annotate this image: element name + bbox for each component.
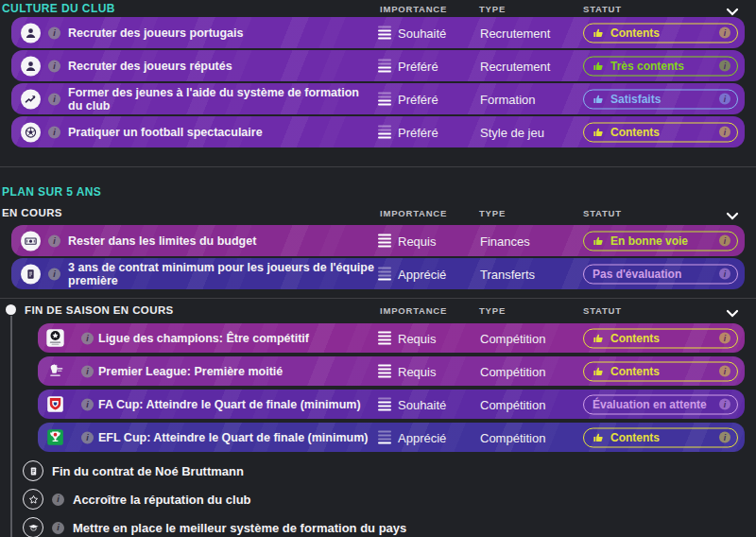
status-badge[interactable]: Contentsi [583, 122, 738, 142]
goal-row[interactable]: i3 ans de contrat minimum pour les joueu… [11, 258, 745, 289]
type-label: Compétition [480, 331, 545, 345]
info-icon[interactable]: i [81, 365, 94, 377]
goal-row[interactable]: iFormer des jeunes à l'aide du système d… [11, 83, 745, 114]
type-label: Compétition [480, 430, 545, 444]
info-icon[interactable]: i [48, 93, 60, 105]
chevron-down-icon[interactable] [726, 208, 739, 217]
type-label: Recrutement [480, 59, 550, 73]
thumbs-up-icon [593, 431, 605, 443]
info-icon[interactable]: i [48, 60, 60, 72]
column-header-status: STATUT [583, 208, 622, 218]
importance-label: Requis [398, 234, 436, 248]
type-label: Finances [480, 234, 530, 248]
importance-label: Souhaité [398, 397, 446, 411]
thumbs-up-icon [593, 234, 605, 247]
extra-goal-row[interactable]: Fin du contrat de Noé Bruttmann [23, 460, 244, 481]
chevron-down-icon[interactable] [726, 4, 739, 13]
status-label: Contents [610, 365, 713, 378]
info-icon[interactable]: i [719, 127, 730, 138]
finsaison-goal-list: iLigue des champions: Être compétitifReq… [38, 323, 745, 456]
column-header-importance: IMPORTANCE [380, 208, 447, 218]
info-icon[interactable]: i [719, 61, 730, 72]
goal-label: Recruter des joueurs portugais [68, 26, 243, 39]
info-icon[interactable]: i [48, 234, 60, 247]
type-label: Compétition [480, 397, 545, 411]
goal-row[interactable]: iPratiquer un football spectaculairePréf… [11, 116, 745, 147]
chevron-down-icon[interactable] [726, 305, 739, 315]
subsection-title-finsaison: FIN DE SAISON EN COURS [25, 304, 174, 316]
column-header-importance: IMPORTANCE [380, 4, 447, 14]
status-label: Contents [610, 332, 713, 345]
importance-level-icon [378, 331, 391, 345]
goal-row[interactable]: iRecruter des joueurs portugaisSouhaitéR… [11, 17, 745, 48]
importance-cell: Préféré [378, 125, 438, 139]
info-icon[interactable]: i [81, 398, 94, 410]
importance-level-icon [378, 364, 391, 378]
importance-cell: Apprécié [378, 267, 446, 281]
extra-goal-row[interactable]: iAccroître la réputation du club [23, 489, 251, 510]
info-icon[interactable]: i [719, 94, 730, 105]
goal-label: 3 ans de contrat minimum pour les joueur… [68, 260, 376, 287]
info-icon[interactable]: i [719, 366, 730, 377]
section-title-culture: CULTURE DU CLUB [2, 2, 115, 15]
growth-icon [21, 89, 41, 109]
goal-row[interactable]: iRecruter des joueurs réputésPréféréRecr… [11, 50, 745, 81]
goal-label: Former des jeunes à l'aide du système de… [68, 85, 376, 113]
goal-row[interactable]: iLigue des champions: Être compétitifReq… [38, 323, 745, 353]
contract-icon [23, 460, 43, 481]
status-badge[interactable]: Contentsi [583, 328, 738, 348]
info-icon[interactable]: i [719, 268, 730, 280]
ucl-icon [45, 328, 65, 348]
goal-label: FA Cup: Atteindre le Quart de finale (mi… [98, 397, 361, 410]
info-icon[interactable]: i [52, 522, 64, 534]
goal-label: Recruter des joueurs réputés [68, 59, 232, 72]
info-icon[interactable]: i [81, 332, 94, 344]
goal-row[interactable]: iRester dans les limites du budgetRequis… [11, 225, 745, 256]
info-icon[interactable]: i [719, 432, 730, 443]
goal-row[interactable]: iPremier League: Première moitiéRequisCo… [38, 356, 745, 386]
status-badge[interactable]: Évaluation en attentei [583, 394, 738, 414]
extra-goal-row[interactable]: iMettre en place le meilleur système de … [23, 517, 406, 537]
section-title-plan: PLAN SUR 5 ANS [2, 185, 101, 199]
info-icon[interactable]: i [48, 126, 60, 138]
info-icon[interactable]: i [52, 494, 64, 506]
info-icon[interactable]: i [719, 399, 730, 410]
type-label: Style de jeu [480, 125, 544, 139]
status-badge[interactable]: Contentsi [583, 361, 738, 381]
eflcup-icon [45, 427, 65, 447]
info-icon[interactable]: i [48, 26, 60, 39]
column-header-type: TYPE [479, 305, 506, 316]
importance-label: Requis [398, 364, 436, 378]
importance-cell: Souhaité [378, 397, 446, 411]
importance-level-icon [378, 430, 391, 444]
info-icon[interactable]: i [81, 431, 94, 443]
facup-icon [45, 394, 65, 414]
status-badge[interactable]: Satisfaitsi [583, 89, 738, 109]
status-badge[interactable]: Pas d'évaluationi [583, 264, 738, 284]
status-badge[interactable]: Contentsi [583, 427, 738, 447]
info-icon[interactable]: i [719, 235, 730, 247]
type-label: Formation [480, 92, 536, 106]
status-label: Contents [610, 431, 713, 444]
status-badge[interactable]: En bonne voiei [583, 231, 738, 251]
money-icon [21, 231, 41, 251]
timeline-line [10, 316, 12, 537]
status-badge[interactable]: Très contentsi [583, 56, 738, 76]
info-icon[interactable]: i [719, 27, 730, 39]
column-header-importance: IMPORTANCE [380, 305, 447, 316]
info-icon[interactable]: i [719, 333, 730, 344]
info-icon[interactable]: i [48, 268, 60, 280]
importance-level-icon [378, 92, 391, 106]
goal-label: Accroître la réputation du club [73, 493, 251, 507]
status-badge[interactable]: Contentsi [583, 23, 738, 43]
goal-label: Rester dans les limites du budget [68, 234, 256, 247]
goal-label: Fin du contrat de Noé Bruttmann [52, 464, 244, 478]
goal-row[interactable]: iFA Cup: Atteindre le Quart de finale (m… [38, 390, 745, 419]
goal-row[interactable]: iEFL Cup: Atteindre le Quart de finale (… [38, 423, 745, 452]
column-header-status: STATUT [583, 305, 622, 316]
importance-cell: Préféré [378, 92, 438, 106]
importance-label: Préféré [398, 59, 438, 73]
type-label: Recrutement [480, 26, 550, 40]
importance-level-icon [378, 26, 391, 40]
importance-level-icon [378, 59, 391, 73]
